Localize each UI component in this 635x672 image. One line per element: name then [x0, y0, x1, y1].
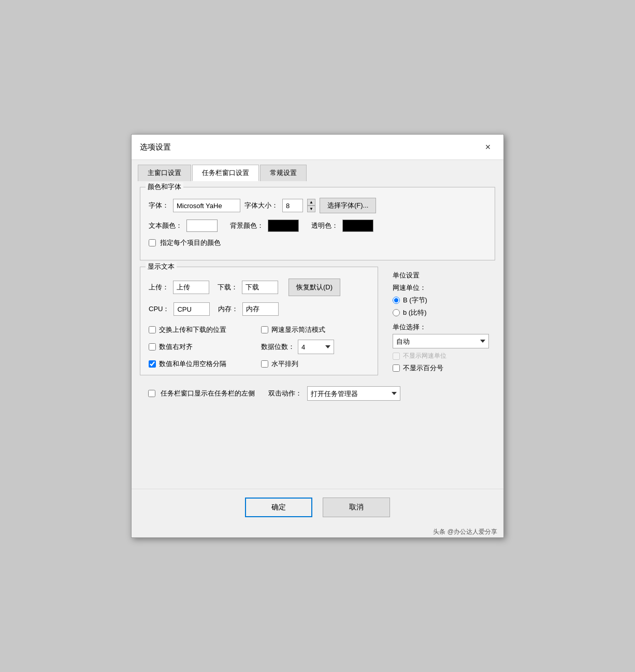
radio-bytes-label[interactable]: B (字节): [393, 296, 489, 305]
fontsize-input[interactable]: [282, 199, 303, 212]
space-separate-checkbox[interactable]: [149, 360, 156, 368]
digits-select[interactable]: 4 3 2 1: [298, 340, 334, 354]
unit-title: 单位设置: [393, 271, 489, 280]
taskbar-left-label: 任务栏窗口显示在任务栏的左侧: [161, 389, 255, 398]
color-font-legend: 颜色和字体: [146, 182, 183, 192]
memory-input[interactable]: [242, 302, 279, 316]
dialog-footer: 确定 取消: [132, 489, 503, 525]
checkbox-grid: 交换上传和下载的位置 网速显示简洁模式 数值右对齐 数据位数： 4: [149, 322, 369, 369]
upload-label: 上传：: [149, 283, 169, 292]
text-color-label: 文本颜色：: [149, 221, 182, 230]
upload-download-row: 上传： 下载： 恢复默认(D): [149, 279, 369, 296]
space-separate-row: 数值和单位用空格分隔: [149, 359, 257, 369]
fontsize-label: 字体大小：: [244, 201, 278, 210]
digits-label: 数据位数：: [261, 342, 295, 352]
simple-mode-checkbox[interactable]: [261, 326, 268, 333]
color-font-section: 颜色和字体 字体： 字体大小： ▲ ▼ 选择字体(F)... 文本颜色： 背景颜…: [140, 187, 495, 260]
horizontal-row: 水平排列: [261, 359, 369, 369]
bg-color-label: 背景颜色：: [230, 221, 264, 230]
tab-bar: 主窗口设置 任务栏窗口设置 常规设置: [132, 160, 503, 181]
horizontal-label: 水平排列: [271, 359, 298, 369]
digits-row: 数据位数： 4 3 2 1: [261, 340, 369, 354]
bg-color-box[interactable]: [268, 220, 299, 232]
cpu-memory-row: CPU： 内存：: [149, 302, 369, 316]
swap-positions-checkbox[interactable]: [149, 326, 156, 333]
radio-bits-text: b (比特): [403, 308, 427, 317]
fontsize-spinner[interactable]: ▲ ▼: [307, 199, 315, 212]
spinner-up[interactable]: ▲: [307, 199, 315, 206]
font-label: 字体：: [149, 201, 169, 210]
specify-color-row: 指定每个项目的颜色: [149, 238, 486, 247]
font-row: 字体： 字体大小： ▲ ▼ 选择字体(F)...: [149, 198, 486, 213]
transparent-color-label: 透明色：: [311, 221, 338, 230]
bottom-options: 任务栏窗口显示在任务栏的左侧 双击动作： 打开任务管理器 无: [140, 382, 495, 405]
unit-select[interactable]: 自动 KB MB GB: [393, 334, 489, 348]
no-percent-row: 不显示百分号: [393, 363, 489, 373]
restore-button[interactable]: 恢复默认(D): [288, 279, 340, 296]
cancel-button[interactable]: 取消: [323, 498, 390, 517]
space-separate-label: 数值和单位用空格分隔: [159, 359, 226, 369]
swap-positions-label: 交换上传和下载的位置: [159, 325, 226, 334]
no-percent-checkbox[interactable]: [393, 364, 400, 372]
dialog: 选项设置 × 主窗口设置 任务栏窗口设置 常规设置 颜色和字体 字体： 字体大小…: [131, 134, 504, 538]
select-font-button[interactable]: 选择字体(F)...: [320, 198, 376, 213]
display-text-legend: 显示文本: [146, 262, 177, 271]
tab-taskbar-window[interactable]: 任务栏窗口设置: [192, 165, 259, 181]
radio-bits[interactable]: [393, 309, 400, 316]
font-input[interactable]: [173, 199, 240, 212]
display-text-section: 显示文本 上传： 下载： 恢复默认(D) CPU： 内存：: [140, 267, 378, 375]
upload-input[interactable]: [173, 281, 209, 294]
horizontal-checkbox[interactable]: [261, 360, 268, 368]
double-click-select[interactable]: 打开任务管理器 无: [307, 386, 400, 401]
specify-color-checkbox[interactable]: [149, 239, 156, 246]
no-unit-label: 不显示网速单位: [403, 352, 446, 360]
memory-label: 内存：: [218, 304, 238, 314]
title-bar: 选项设置 ×: [132, 135, 503, 160]
radio-bytes-text: B (字节): [403, 296, 427, 305]
color-row: 文本颜色： 背景颜色： 透明色：: [149, 220, 486, 232]
tab-main-window[interactable]: 主窗口设置: [138, 165, 191, 181]
transparent-color-box[interactable]: [342, 220, 373, 232]
align-right-label: 数值右对齐: [159, 342, 193, 352]
cpu-label: CPU：: [149, 304, 169, 314]
download-input[interactable]: [242, 281, 278, 294]
radio-group: B (字节) b (比特): [393, 296, 489, 317]
align-right-row: 数值右对齐: [149, 340, 257, 354]
swap-positions-row: 交换上传和下载的位置: [149, 325, 257, 334]
taskbar-left-checkbox[interactable]: [148, 390, 155, 397]
dialog-body: 颜色和字体 字体： 字体大小： ▲ ▼ 选择字体(F)... 文本颜色： 背景颜…: [132, 181, 503, 489]
simple-mode-label: 网速显示简洁模式: [271, 325, 325, 334]
radio-bits-label[interactable]: b (比特): [393, 308, 489, 317]
align-right-checkbox[interactable]: [149, 343, 156, 350]
unit-section: 单位设置 网速单位： B (字节) b (比特) 单位选择： 自动 KB: [386, 267, 495, 377]
radio-bytes[interactable]: [393, 297, 400, 304]
text-color-box[interactable]: [186, 220, 218, 232]
dialog-title: 选项设置: [140, 142, 171, 152]
download-label: 下载：: [218, 283, 238, 292]
ok-button[interactable]: 确定: [245, 498, 312, 517]
speed-unit-label: 网速单位：: [393, 283, 489, 293]
no-unit-row: 不显示网速单位: [393, 352, 489, 360]
double-click-label: 双击动作：: [268, 389, 302, 398]
watermark: 头条 @办公达人爱分享: [132, 525, 503, 537]
tab-general[interactable]: 常规设置: [260, 165, 307, 181]
unit-select-label: 单位选择：: [393, 323, 489, 332]
spinner-down[interactable]: ▼: [307, 206, 315, 212]
no-percent-label: 不显示百分号: [403, 363, 443, 373]
simple-mode-row: 网速显示简洁模式: [261, 325, 369, 334]
lower-section: 显示文本 上传： 下载： 恢复默认(D) CPU： 内存：: [140, 267, 495, 377]
close-button[interactable]: ×: [481, 140, 495, 154]
no-unit-checkbox[interactable]: [393, 353, 400, 360]
specify-color-label: 指定每个项目的颜色: [160, 238, 221, 247]
cpu-input[interactable]: [174, 302, 210, 316]
